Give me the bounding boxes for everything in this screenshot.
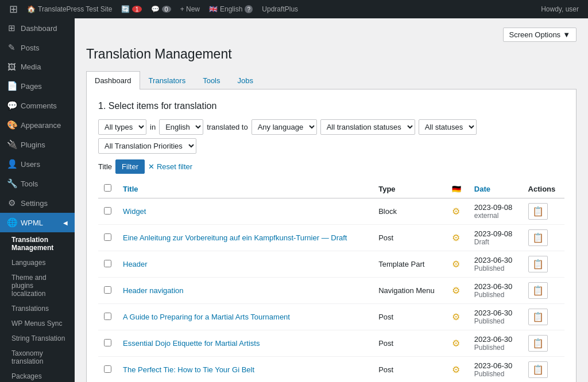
row-type-cell: Block — [373, 198, 446, 225]
translate-action-button[interactable]: 📋 — [528, 256, 548, 272]
row-date-status: Published — [474, 317, 513, 325]
user-menu[interactable]: Howdy, user — [536, 0, 583, 18]
row-date-status: Published — [474, 344, 513, 352]
sidebar-item-plugins[interactable]: 🔌 Plugins — [0, 135, 75, 154]
row-type: Navigation Menu — [378, 286, 435, 295]
actions-header-label: Actions — [528, 185, 556, 193]
row-select-checkbox[interactable] — [104, 365, 111, 373]
row-select-checkbox[interactable] — [104, 313, 111, 320]
date-column-header[interactable]: Date — [469, 180, 523, 198]
admin-menu: ⊞ Dashboard ✎ Posts 🖼 Media 📄 Pages 💬 Co… — [0, 18, 75, 382]
tab-tools[interactable]: Tools — [194, 71, 229, 89]
translate-action-button[interactable]: 📋 — [528, 361, 548, 378]
priorities-select[interactable]: All Translation Priorities — [98, 138, 196, 154]
row-type-cell: Post — [373, 225, 446, 251]
select-all-checkbox[interactable] — [104, 184, 111, 192]
title-column-header[interactable]: Title — [117, 180, 373, 198]
sidebar-item-comments[interactable]: 💬 Comments — [0, 96, 75, 115]
in-label: in — [150, 123, 156, 131]
sidebar-item-tools[interactable]: 🔧 Tools — [0, 174, 75, 193]
sidebar-item-label: Tools — [21, 180, 38, 188]
date-header-label: Date — [474, 185, 490, 193]
row-type: Block — [378, 207, 397, 216]
tab-jobs[interactable]: Jobs — [229, 71, 262, 89]
submenu-item-theme-plugins[interactable]: Theme and plugins localization — [0, 270, 75, 301]
submenu-item-taxonomy-translation[interactable]: Taxonomy translation — [0, 346, 75, 369]
tab-translators[interactable]: Translators — [140, 71, 195, 89]
uk-flag-icon: 🇬🇧 — [209, 5, 218, 13]
wp-icon: ⊞ — [9, 3, 18, 15]
row-actions-cell: 📋 — [523, 198, 564, 225]
wpml-section: 🌐 WPML ◀ — [0, 213, 75, 232]
filter-button[interactable]: Filter — [115, 159, 145, 174]
flag-column-header: 🇩🇪 — [446, 180, 469, 198]
actions-column-header: Actions — [523, 180, 564, 198]
site-name-button[interactable]: 🏠 TranslatePress Test Site — [22, 0, 117, 18]
translate-action-button[interactable]: 📋 — [528, 282, 548, 299]
row-select-checkbox[interactable] — [104, 260, 111, 267]
media-icon: 🖼 — [7, 62, 16, 72]
submenu-item-languages[interactable]: Languages — [0, 255, 75, 270]
submenu-item-packages[interactable]: Packages — [0, 369, 75, 382]
row-date-cell: 2023-09-08 external — [469, 198, 523, 225]
row-select-checkbox[interactable] — [104, 207, 111, 215]
submenu-item-translations[interactable]: Translations — [0, 301, 75, 316]
new-content-button[interactable]: + New — [176, 0, 204, 18]
row-title-cell: Essential Dojo Etiquette for Martial Art… — [117, 330, 373, 357]
plugins-icon: 🔌 — [7, 139, 16, 150]
row-type-cell: Template Part — [373, 251, 446, 278]
filter-button-label: Filter — [122, 162, 138, 171]
row-select-checkbox[interactable] — [104, 233, 111, 241]
type-filter-select[interactable]: All types — [98, 119, 146, 135]
row-flag-cell: ⚙ — [446, 278, 469, 304]
table-row: Header navigation Navigation Menu ⚙ 2023… — [98, 278, 564, 304]
warning-status-icon: ⚙ — [452, 233, 460, 243]
row-date: 2023-09-08 — [474, 203, 513, 212]
tab-jobs-label: Jobs — [238, 76, 253, 85]
language-filter-select[interactable]: English — [159, 119, 203, 135]
submenu-item-string-translation[interactable]: String Translation — [0, 331, 75, 346]
language-selector[interactable]: 🇬🇧 English ? — [204, 0, 257, 18]
new-label: + New — [180, 5, 200, 13]
title-filter-label: Title — [98, 162, 112, 171]
dashboard-icon: ⊞ — [7, 23, 16, 33]
row-select-checkbox[interactable] — [104, 286, 111, 294]
sidebar-item-label: Users — [21, 160, 40, 169]
row-type-cell: Post — [373, 330, 446, 357]
comments-button[interactable]: 💬 0 — [146, 0, 176, 18]
sidebar-item-users[interactable]: 👤 Users — [0, 154, 75, 174]
sidebar-item-appearance[interactable]: 🎨 Appearance — [0, 115, 75, 135]
translation-statuses-select[interactable]: All translation statuses — [320, 119, 415, 135]
row-checkbox-cell — [98, 304, 117, 330]
row-title: A Guide to Preparing for a Martial Arts … — [123, 313, 290, 321]
updraftplus-button[interactable]: UpdraftPlus — [257, 0, 303, 18]
table-row: Widget Block ⚙ 2023-09-08 external 📋 — [98, 198, 564, 225]
wp-logo-button[interactable]: ⊞ — [5, 0, 22, 18]
translate-action-button[interactable]: 📋 — [528, 335, 548, 352]
settings-icon: ⚙ — [7, 198, 16, 208]
sidebar-item-media[interactable]: 🖼 Media — [0, 57, 75, 76]
row-select-checkbox[interactable] — [104, 339, 111, 346]
row-type: Template Part — [378, 260, 424, 268]
any-language-select[interactable]: Any language — [252, 119, 317, 135]
sidebar-item-wpml[interactable]: 🌐 WPML ◀ — [0, 213, 75, 232]
sidebar-item-pages[interactable]: 📄 Pages — [0, 76, 75, 96]
all-statuses-select[interactable]: All statuses — [419, 119, 477, 135]
submenu-item-translation-management[interactable]: Translation Management — [0, 232, 75, 255]
warning-status-icon: ⚙ — [452, 338, 460, 348]
updates-button[interactable]: 🔄 1 — [117, 0, 146, 18]
tab-dashboard[interactable]: Dashboard — [86, 71, 140, 89]
sidebar-item-dashboard[interactable]: ⊞ Dashboard — [0, 18, 75, 38]
translate-action-button[interactable]: 📋 — [528, 309, 548, 325]
sidebar-item-label: Appearance — [21, 121, 61, 130]
submenu-item-wp-menus-sync[interactable]: WP Menus Sync — [0, 316, 75, 331]
sidebar-item-posts[interactable]: ✎ Posts — [0, 38, 75, 57]
translate-action-button[interactable]: 📋 — [528, 203, 548, 220]
warning-status-icon: ⚙ — [452, 365, 460, 375]
screen-options-button[interactable]: Screen Options ▼ — [503, 28, 577, 42]
sidebar-item-settings[interactable]: ⚙ Settings — [0, 193, 75, 213]
translate-action-button[interactable]: 📋 — [528, 229, 548, 246]
reset-filter-button[interactable]: ✕ Reset filter — [148, 162, 192, 171]
row-date-cell: 2023-06-30 Published — [469, 304, 523, 330]
tab-dashboard-label: Dashboard — [95, 76, 131, 85]
